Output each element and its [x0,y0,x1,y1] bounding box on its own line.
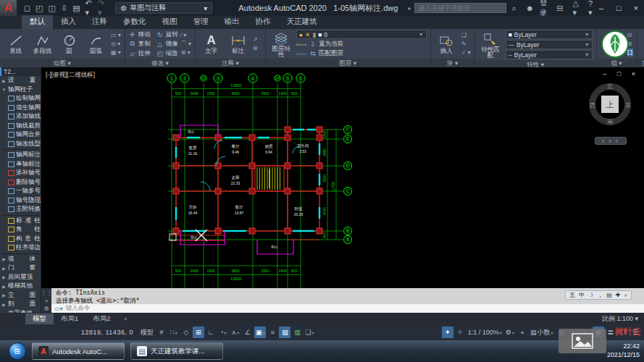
drawing-canvas[interactable]: 121/2341/456FEDCBA 130001300050050024082… [41,67,644,313]
ime-icon-4[interactable]: ▤ [606,292,612,298]
drawing-window-controls[interactable]: – □ × [603,70,640,77]
palette-item-6[interactable]: 轴网合并 [0,130,41,140]
model-space-toggle[interactable]: 模型 [139,327,155,338]
palette-item-5[interactable]: 轴线裁剪 [0,122,41,131]
text-button[interactable]: A 文字 [199,33,223,54]
snap-mode-icon[interactable]: ∷▾ [168,327,180,338]
viewcube-east[interactable]: 东 [625,101,631,109]
mirror-button[interactable]: △镜像 [156,40,178,49]
autodesk-account-icon[interactable]: △ ▾ [572,0,578,17]
ribbon-tab-1[interactable]: 默认 [22,15,53,29]
sheet-tab-布局2[interactable]: 布局2 [85,313,117,324]
viewcube-west[interactable]: 西 [590,101,595,109]
start-button[interactable]: ⊞ [9,342,26,360]
set-current-layer-button[interactable]: ▪▪▪▪ ⇩ 置为当前 [296,40,427,49]
new-layout-button[interactable]: + [118,314,134,324]
layer-combo[interactable]: ● ☀ ▮ ■ 0 ▼ [296,30,427,39]
ribbon-tab-3[interactable]: 注释 [84,15,115,29]
object-snap-icon[interactable]: ▣▾ [254,327,267,338]
ime-icon-1[interactable]: 中 [579,291,585,299]
palette-item-10[interactable]: 添补轴号 [0,169,41,178]
workspace-switching-icon[interactable]: ⚙▾ [504,327,516,338]
autoscale-icon[interactable]: ✧ [454,327,466,338]
ribbon-tab-9[interactable]: 天正建筑 [279,15,325,29]
palette-item-12[interactable]: 一轴多号 [0,187,41,196]
plot-icon[interactable]: ▤ [72,4,80,13]
command-window-grip[interactable]: ⋮⋮ × ⚙ [41,288,51,313]
taskbar-app-2[interactable]: ▤天正建筑教学课... [130,342,223,360]
panel-label-draw[interactable]: 绘图 ▾ [0,59,125,67]
selection-cycling-icon[interactable]: ▥ [291,327,303,338]
search-input[interactable] [414,3,506,13]
leader-tool-icon[interactable]: ↗ · [253,35,262,43]
insert-block-button[interactable]: 插入 [435,33,459,54]
sheet-tab-布局1[interactable]: 布局1 [54,313,85,324]
navigation-bar[interactable]: ≡ ≡ ≡ [595,137,627,145]
save-as-icon[interactable]: ⇩ [61,4,67,13]
viewport-controls-label[interactable]: [-][俯视][二维线框] [46,71,95,80]
match-properties-button[interactable]: 特性匹配 [479,32,503,58]
hatch-tool-icon[interactable]: ▦ ▾ [111,49,121,56]
ime-icon-3[interactable]: ， [597,291,603,299]
palette-item-21[interactable]: ▶房间屋顶 [0,273,41,282]
palette-item-11[interactable]: 删除轴号 [0,178,41,188]
transparency-icon[interactable]: ▨ [279,327,290,338]
edit-block-icon[interactable]: ✎ [461,40,471,48]
annotation-scale[interactable]: 1:1 / 100%▾ [467,327,503,338]
palette-item-13[interactable]: 轴号隐现 [0,196,41,206]
palette-item-20[interactable]: ▶门窗 [0,264,41,273]
units-control[interactable]: ▤小数▾ [529,327,555,338]
stretch-button[interactable]: ▱拉伸 [129,49,151,58]
palette-item-2[interactable]: 绘制轴网 [0,94,41,104]
panel-label-modify[interactable]: 修改 ▾ [125,59,195,67]
rectangle-tool-icon[interactable]: ▭ ▾ [111,31,121,39]
lineweight-icon[interactable]: ≡ [267,327,278,338]
ortho-mode-icon[interactable]: ∟ [205,327,217,338]
panel-label-utilities[interactable]: 实用工具 ▾ [637,59,644,67]
copy-button[interactable]: ⧉复制 [129,40,151,49]
palette-item-14[interactable]: 主附转换 [0,205,41,214]
trim-tool-icon[interactable]: ∕ ▾ [181,31,191,39]
save-icon[interactable]: ◫ [49,4,56,13]
panel-label-layers[interactable]: 图层 ▾ [266,59,430,67]
palette-item-17[interactable]: 构造柱 [0,235,41,244]
palette-title[interactable]: T2... [0,67,41,76]
ribbon-tab-4[interactable]: 参数化 [115,15,154,29]
command-history[interactable]: 命令: TInsAxis 选择参考轴线 <退出>:*取消* [51,288,644,304]
drawing-scale-label[interactable]: 比例 1:100 ▾ [602,314,638,324]
palette-item-19[interactable]: ▶墙体 [0,255,41,264]
panel-label-block[interactable]: 块 ▾ [431,59,474,67]
ime-icon-6[interactable]: ⌕ [624,292,627,299]
panel-label-annotate[interactable]: 注释 ▾ [196,59,265,67]
palette-item-3[interactable]: 墙生轴网 [0,104,41,113]
object-color-combo[interactable]: ■ ByLayer▼ [506,30,593,39]
dynamic-input-icon[interactable]: ⊞ [193,327,204,338]
ribbon-tab-8[interactable]: 协作 [248,15,279,29]
ime-icon-5[interactable]: ✚ [616,292,621,298]
viewcube[interactable]: 上 北 南 东 西 [589,83,631,125]
viewcube-north[interactable]: 北 [607,83,613,90]
restore-button[interactable]: □ [611,4,627,12]
object-snap-tracking-icon[interactable]: ∠ [242,327,254,338]
linetype-combo[interactable]: ┄ ByLayer▼ [506,50,593,59]
fillet-tool-icon[interactable]: ⌒ ▾ [181,40,191,48]
open-file-icon[interactable]: ◰ [35,4,43,13]
ribbon-tab-7[interactable]: 输出 [217,15,248,29]
palette-item-1[interactable]: ▼轴网柱子 [0,85,41,95]
ribbon-tab-5[interactable]: 视图 [154,15,185,29]
isometric-drafting-icon[interactable]: ⋏▾ [230,327,241,338]
palette-item-9[interactable]: 单轴标注 [0,160,41,169]
ime-icon-2[interactable]: ☽ [588,292,593,298]
palette-item-8[interactable]: 轴网标注 [0,151,41,160]
system-tray-clock[interactable]: 22:42 2021/12/15 [607,342,640,359]
viewcube-south[interactable]: 南 [607,118,613,126]
ime-icon-0[interactable]: 五 [569,291,575,299]
palette-item-18[interactable]: 柱齐墙边 [0,243,41,253]
help-icon[interactable]: ? ▾ [588,0,593,17]
lineweight-combo[interactable]: — ByLayer▼ [506,40,593,49]
minimize-button[interactable]: – [593,4,609,12]
scale-button[interactable]: ◰缩放 [156,49,178,58]
palette-item-16[interactable]: 角柱 [0,225,41,235]
palette-item-4[interactable]: 添加轴线 [0,112,41,122]
polyline-button[interactable]: 多段线 [30,33,54,54]
